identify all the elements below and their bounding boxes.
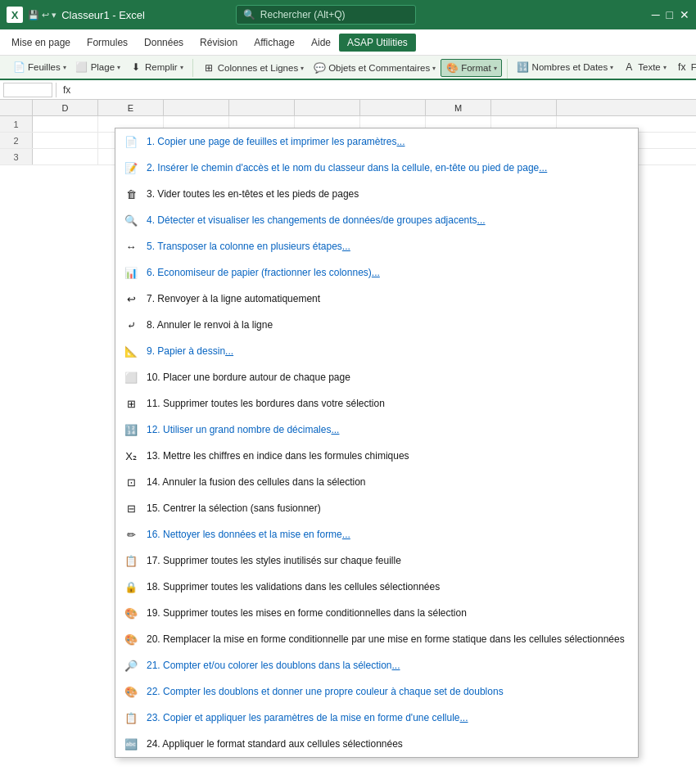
dropdown-item-text-16: 16. Nettoyer les données et la mise en f…: [147, 529, 628, 540]
row-header-3: 3: [0, 149, 33, 164]
ribbon-btn-nombres[interactable]: 🔢 Nombres et Dates ▾: [513, 59, 618, 75]
dropdown-item-text-9: 9. Papier à dessin...: [147, 345, 628, 357]
dropdown-item-text-19: 19. Supprimer toutes les mises en forme …: [147, 607, 628, 619]
col-header-g: [229, 100, 295, 115]
name-box[interactable]: [3, 83, 52, 97]
cell-d2[interactable]: [33, 133, 98, 148]
remplir-label: Remplir: [145, 62, 178, 72]
dropdown-item-24[interactable]: 🔤24. Appliquer le format standard aux ce…: [115, 731, 638, 757]
format-dropdown: 📄1. Copier une page de feuilles et impri…: [115, 128, 639, 758]
nombres-icon: 🔢: [517, 61, 530, 74]
dropdown-item-19[interactable]: 🎨19. Supprimer toutes les mises en forme…: [115, 600, 638, 626]
minimize-icon[interactable]: ─: [652, 8, 660, 21]
col-header-n: [491, 100, 557, 115]
dropdown-item-text-1: 1. Copier une page de feuilles et imprim…: [147, 136, 628, 147]
dropdown-item-16[interactable]: ✏16. Nettoyer les données et la mise en …: [115, 521, 638, 547]
menu-bar: Mise en page Formules Données Révision A…: [0, 29, 696, 56]
menu-formules[interactable]: Formules: [79, 34, 136, 52]
search-bar[interactable]: 🔍 Rechercher (Alt+Q): [236, 5, 416, 25]
close-icon[interactable]: ✕: [680, 8, 689, 21]
col-header-m: M: [426, 100, 491, 115]
dropdown-item-7[interactable]: ↩7. Renvoyer à la ligne automatiquement: [115, 286, 638, 312]
menu-asap[interactable]: ASAP Utilities: [339, 34, 416, 52]
menu-donnees[interactable]: Données: [136, 34, 192, 52]
dropdown-item-23[interactable]: 📋23. Copier et appliquer les paramètres …: [115, 705, 638, 731]
dropdown-item-icon-22: 🎨: [122, 683, 140, 701]
dropdown-item-icon-17: 📋: [122, 552, 140, 570]
dropdown-item-text-21: 21. Compter et/ou colorer les doublons d…: [147, 660, 628, 671]
dropdown-item-icon-12: 🔢: [122, 421, 140, 439]
menu-affichage[interactable]: Affichage: [246, 34, 303, 52]
ribbon-btn-texte[interactable]: A Texte ▾: [618, 59, 671, 75]
formula-fx: fx: [63, 84, 70, 96]
col-header-f: [164, 100, 229, 115]
dropdown-item-icon-3: 🗑: [122, 185, 140, 203]
plage-chevron: ▾: [117, 64, 120, 71]
dropdown-item-13[interactable]: X₂13. Mettre les chiffres en indice dans…: [115, 443, 638, 469]
dropdown-item-17[interactable]: 📋17. Supprimer toutes les styles inutili…: [115, 547, 638, 574]
dropdown-item-21[interactable]: 🔎21. Compter et/ou colorer les doublons …: [115, 652, 638, 678]
dropdown-item-icon-19: 🎨: [122, 604, 140, 622]
dropdown-item-1[interactable]: 📄1. Copier une page de feuilles et impri…: [115, 128, 638, 155]
dropdown-item-icon-15: ⊟: [122, 499, 140, 517]
menu-aide[interactable]: Aide: [303, 34, 339, 52]
search-icon: 🔍: [243, 9, 255, 20]
menu-mise-en-page[interactable]: Mise en page: [3, 34, 79, 52]
dropdown-item-10[interactable]: ⬜10. Placer une bordure autour de chaque…: [115, 364, 638, 390]
dropdown-item-text-23: 23. Copier et appliquer les paramètres d…: [147, 712, 628, 723]
ribbon-btn-remplir[interactable]: ⬇ Remplir ▾: [125, 59, 188, 75]
title-bar: X 💾 ↩ ▾ Classeur1 - Excel 🔍 Rechercher (…: [0, 0, 696, 29]
ribbon-group-format: ⊞ Colonnes et Lignes ▾ 💬 Objets et Comme…: [195, 59, 508, 79]
dropdown-item-9[interactable]: 📐9. Papier à dessin...: [115, 338, 638, 364]
cell-d1[interactable]: [33, 116, 98, 132]
dropdown-item-11[interactable]: ⊞11. Supprimer toutes les bordures dans …: [115, 390, 638, 417]
plage-icon: ⬜: [75, 61, 88, 74]
dropdown-item-4[interactable]: 🔍4. Détecter et visualiser les changemen…: [115, 207, 638, 233]
ribbon-btn-feuilles[interactable]: 📄 Feuilles ▾: [8, 59, 70, 75]
dropdown-item-8[interactable]: ⤶8. Annuler le renvoi à la ligne: [115, 312, 638, 338]
maximize-icon[interactable]: □: [667, 8, 673, 21]
window-controls[interactable]: ─ □ ✕: [652, 8, 689, 21]
nombres-chevron: ▾: [610, 64, 613, 71]
feuilles-chevron: ▾: [63, 64, 66, 71]
row-header-2: 2: [0, 133, 33, 148]
dropdown-item-15[interactable]: ⊟15. Centrer la sélection (sans fusionne…: [115, 495, 638, 521]
cell-d3[interactable]: [33, 149, 98, 164]
dropdown-item-icon-16: ✏: [122, 525, 140, 543]
ribbon-btn-formules-grp[interactable]: fx Formules ▾: [671, 59, 696, 75]
dropdown-item-icon-5: ↔: [122, 237, 140, 255]
dropdown-item-18[interactable]: 🔒18. Supprimer toutes les validations da…: [115, 574, 638, 600]
ribbon-btn-format[interactable]: 🎨 Format ▾: [441, 59, 501, 77]
dropdown-item-text-11: 11. Supprimer toutes les bordures dans v…: [147, 398, 628, 409]
ribbon-btn-plage[interactable]: ⬜ Plage ▾: [71, 59, 124, 75]
dropdown-item-20[interactable]: 🎨20. Remplacer la mise en forme conditio…: [115, 626, 638, 652]
dropdown-item-text-14: 14. Annuler la fusion des cellules dans …: [147, 476, 628, 488]
dropdown-item-icon-4: 🔍: [122, 211, 140, 229]
excel-icon: X: [7, 7, 23, 23]
ribbon-btn-colonnes[interactable]: ⊞ Colonnes et Lignes ▾: [198, 60, 308, 76]
dropdown-item-icon-14: ⊡: [122, 473, 140, 491]
dropdown-item-text-22: 22. Compter les doublons et donner une p…: [147, 686, 628, 697]
format-label: Format: [461, 63, 490, 73]
dropdown-item-text-4: 4. Détecter et visualiser les changement…: [147, 214, 628, 226]
plage-label: Plage: [91, 62, 115, 72]
ribbon-btn-objets[interactable]: 💬 Objets et Commentaires ▾: [309, 60, 440, 76]
ribbon-buttons-sheets: 📄 Feuilles ▾ ⬜ Plage ▾ ⬇ Remplir ▾: [8, 59, 188, 75]
col-header-e: E: [98, 100, 164, 115]
formules-grp-label: Formules: [691, 62, 696, 72]
menu-revision[interactable]: Révision: [192, 34, 246, 52]
colonnes-chevron: ▾: [301, 65, 304, 72]
dropdown-item-icon-21: 🔎: [122, 656, 140, 674]
dropdown-item-6[interactable]: 📊6. Economiseur de papier (fractionner l…: [115, 259, 638, 286]
objets-chevron: ▾: [432, 65, 436, 72]
ribbon-buttons-format: ⊞ Colonnes et Lignes ▾ 💬 Objets et Comme…: [198, 59, 502, 77]
dropdown-item-text-18: 18. Supprimer toutes les validations dan…: [147, 581, 628, 593]
dropdown-item-14[interactable]: ⊡14. Annuler la fusion des cellules dans…: [115, 469, 638, 495]
col-header-i: [360, 100, 426, 115]
dropdown-item-2[interactable]: 📝2. Insérer le chemin d'accès et le nom …: [115, 155, 638, 181]
colonnes-icon: ⊞: [202, 61, 215, 74]
dropdown-item-5[interactable]: ↔5. Transposer la colonne en plusieurs é…: [115, 233, 638, 259]
dropdown-item-3[interactable]: 🗑3. Vider toutes les en-têtes et les pie…: [115, 181, 638, 207]
dropdown-item-22[interactable]: 🎨22. Compter les doublons et donner une …: [115, 678, 638, 705]
dropdown-item-12[interactable]: 🔢12. Utiliser un grand nombre de décimal…: [115, 417, 638, 443]
